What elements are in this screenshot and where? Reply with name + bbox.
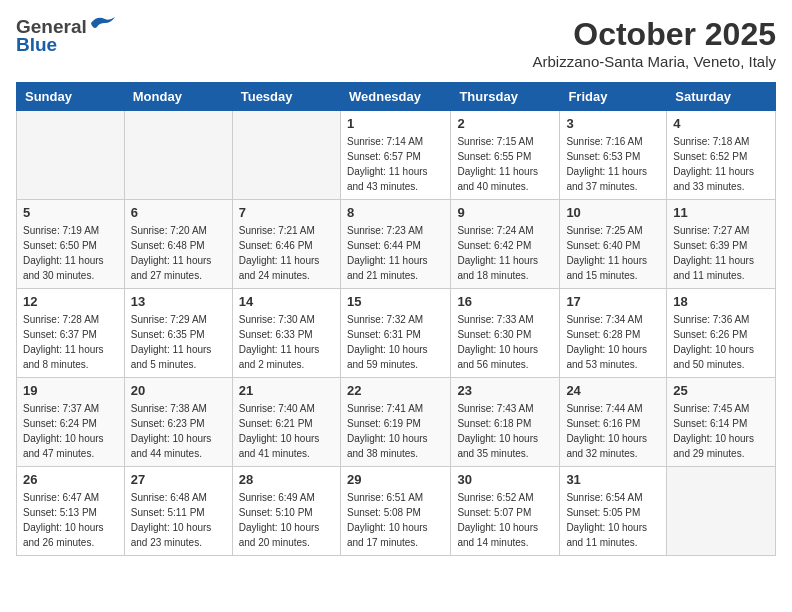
day-number: 7 [239,205,334,220]
day-number: 12 [23,294,118,309]
day-of-week-header: Thursday [451,83,560,111]
calendar-week-row: 1Sunrise: 7:14 AM Sunset: 6:57 PM Daylig… [17,111,776,200]
day-number: 13 [131,294,226,309]
day-number: 27 [131,472,226,487]
day-info: Sunrise: 7:29 AM Sunset: 6:35 PM Dayligh… [131,312,226,372]
day-info: Sunrise: 6:47 AM Sunset: 5:13 PM Dayligh… [23,490,118,550]
page-header: General Blue October 2025 Arbizzano-Sant… [16,16,776,70]
calendar-day-cell: 11Sunrise: 7:27 AM Sunset: 6:39 PM Dayli… [667,200,776,289]
day-number: 9 [457,205,553,220]
logo: General Blue [16,16,117,56]
day-number: 31 [566,472,660,487]
day-info: Sunrise: 6:51 AM Sunset: 5:08 PM Dayligh… [347,490,444,550]
day-number: 16 [457,294,553,309]
calendar-day-cell: 23Sunrise: 7:43 AM Sunset: 6:18 PM Dayli… [451,378,560,467]
calendar-day-cell [232,111,340,200]
calendar-day-cell: 20Sunrise: 7:38 AM Sunset: 6:23 PM Dayli… [124,378,232,467]
day-of-week-header: Saturday [667,83,776,111]
day-info: Sunrise: 7:32 AM Sunset: 6:31 PM Dayligh… [347,312,444,372]
calendar-day-cell: 3Sunrise: 7:16 AM Sunset: 6:53 PM Daylig… [560,111,667,200]
day-info: Sunrise: 6:52 AM Sunset: 5:07 PM Dayligh… [457,490,553,550]
day-info: Sunrise: 7:20 AM Sunset: 6:48 PM Dayligh… [131,223,226,283]
day-number: 6 [131,205,226,220]
calendar-day-cell: 5Sunrise: 7:19 AM Sunset: 6:50 PM Daylig… [17,200,125,289]
day-number: 26 [23,472,118,487]
logo-bird-icon [89,13,117,33]
day-info: Sunrise: 7:43 AM Sunset: 6:18 PM Dayligh… [457,401,553,461]
calendar-day-cell: 15Sunrise: 7:32 AM Sunset: 6:31 PM Dayli… [340,289,450,378]
day-number: 2 [457,116,553,131]
day-info: Sunrise: 7:30 AM Sunset: 6:33 PM Dayligh… [239,312,334,372]
day-number: 23 [457,383,553,398]
day-number: 15 [347,294,444,309]
day-info: Sunrise: 6:48 AM Sunset: 5:11 PM Dayligh… [131,490,226,550]
calendar-day-cell: 17Sunrise: 7:34 AM Sunset: 6:28 PM Dayli… [560,289,667,378]
calendar-day-cell: 18Sunrise: 7:36 AM Sunset: 6:26 PM Dayli… [667,289,776,378]
calendar-day-cell: 12Sunrise: 7:28 AM Sunset: 6:37 PM Dayli… [17,289,125,378]
calendar-day-cell: 8Sunrise: 7:23 AM Sunset: 6:44 PM Daylig… [340,200,450,289]
day-info: Sunrise: 7:28 AM Sunset: 6:37 PM Dayligh… [23,312,118,372]
day-info: Sunrise: 7:34 AM Sunset: 6:28 PM Dayligh… [566,312,660,372]
day-number: 8 [347,205,444,220]
day-number: 18 [673,294,769,309]
day-info: Sunrise: 6:49 AM Sunset: 5:10 PM Dayligh… [239,490,334,550]
day-info: Sunrise: 7:21 AM Sunset: 6:46 PM Dayligh… [239,223,334,283]
day-number: 3 [566,116,660,131]
day-number: 11 [673,205,769,220]
calendar-day-cell: 14Sunrise: 7:30 AM Sunset: 6:33 PM Dayli… [232,289,340,378]
day-info: Sunrise: 7:37 AM Sunset: 6:24 PM Dayligh… [23,401,118,461]
day-info: Sunrise: 7:15 AM Sunset: 6:55 PM Dayligh… [457,134,553,194]
calendar-day-cell: 27Sunrise: 6:48 AM Sunset: 5:11 PM Dayli… [124,467,232,556]
calendar-day-cell: 7Sunrise: 7:21 AM Sunset: 6:46 PM Daylig… [232,200,340,289]
day-info: Sunrise: 6:54 AM Sunset: 5:05 PM Dayligh… [566,490,660,550]
day-of-week-header: Tuesday [232,83,340,111]
day-number: 22 [347,383,444,398]
month-title: October 2025 [533,16,776,53]
day-number: 19 [23,383,118,398]
calendar-day-cell: 28Sunrise: 6:49 AM Sunset: 5:10 PM Dayli… [232,467,340,556]
calendar-table: SundayMondayTuesdayWednesdayThursdayFrid… [16,82,776,556]
day-info: Sunrise: 7:33 AM Sunset: 6:30 PM Dayligh… [457,312,553,372]
calendar-header-row: SundayMondayTuesdayWednesdayThursdayFrid… [17,83,776,111]
day-number: 17 [566,294,660,309]
day-info: Sunrise: 7:18 AM Sunset: 6:52 PM Dayligh… [673,134,769,194]
day-info: Sunrise: 7:27 AM Sunset: 6:39 PM Dayligh… [673,223,769,283]
calendar-week-row: 19Sunrise: 7:37 AM Sunset: 6:24 PM Dayli… [17,378,776,467]
calendar-day-cell: 31Sunrise: 6:54 AM Sunset: 5:05 PM Dayli… [560,467,667,556]
day-number: 28 [239,472,334,487]
calendar-day-cell: 30Sunrise: 6:52 AM Sunset: 5:07 PM Dayli… [451,467,560,556]
calendar-day-cell [667,467,776,556]
location: Arbizzano-Santa Maria, Veneto, Italy [533,53,776,70]
calendar-week-row: 12Sunrise: 7:28 AM Sunset: 6:37 PM Dayli… [17,289,776,378]
day-info: Sunrise: 7:23 AM Sunset: 6:44 PM Dayligh… [347,223,444,283]
day-info: Sunrise: 7:38 AM Sunset: 6:23 PM Dayligh… [131,401,226,461]
calendar-day-cell: 2Sunrise: 7:15 AM Sunset: 6:55 PM Daylig… [451,111,560,200]
calendar-day-cell: 24Sunrise: 7:44 AM Sunset: 6:16 PM Dayli… [560,378,667,467]
day-info: Sunrise: 7:40 AM Sunset: 6:21 PM Dayligh… [239,401,334,461]
calendar-day-cell: 1Sunrise: 7:14 AM Sunset: 6:57 PM Daylig… [340,111,450,200]
calendar-week-row: 26Sunrise: 6:47 AM Sunset: 5:13 PM Dayli… [17,467,776,556]
calendar-day-cell [124,111,232,200]
calendar-week-row: 5Sunrise: 7:19 AM Sunset: 6:50 PM Daylig… [17,200,776,289]
day-number: 5 [23,205,118,220]
calendar-day-cell: 9Sunrise: 7:24 AM Sunset: 6:42 PM Daylig… [451,200,560,289]
day-info: Sunrise: 7:19 AM Sunset: 6:50 PM Dayligh… [23,223,118,283]
calendar-day-cell: 25Sunrise: 7:45 AM Sunset: 6:14 PM Dayli… [667,378,776,467]
day-info: Sunrise: 7:25 AM Sunset: 6:40 PM Dayligh… [566,223,660,283]
title-block: October 2025 Arbizzano-Santa Maria, Vene… [533,16,776,70]
calendar-day-cell: 26Sunrise: 6:47 AM Sunset: 5:13 PM Dayli… [17,467,125,556]
calendar-day-cell: 19Sunrise: 7:37 AM Sunset: 6:24 PM Dayli… [17,378,125,467]
calendar-day-cell: 13Sunrise: 7:29 AM Sunset: 6:35 PM Dayli… [124,289,232,378]
logo-blue: Blue [16,34,57,56]
day-number: 25 [673,383,769,398]
day-of-week-header: Monday [124,83,232,111]
day-number: 14 [239,294,334,309]
day-number: 21 [239,383,334,398]
day-info: Sunrise: 7:36 AM Sunset: 6:26 PM Dayligh… [673,312,769,372]
calendar-day-cell: 16Sunrise: 7:33 AM Sunset: 6:30 PM Dayli… [451,289,560,378]
day-number: 4 [673,116,769,131]
day-info: Sunrise: 7:24 AM Sunset: 6:42 PM Dayligh… [457,223,553,283]
day-number: 24 [566,383,660,398]
day-info: Sunrise: 7:44 AM Sunset: 6:16 PM Dayligh… [566,401,660,461]
calendar-day-cell: 6Sunrise: 7:20 AM Sunset: 6:48 PM Daylig… [124,200,232,289]
